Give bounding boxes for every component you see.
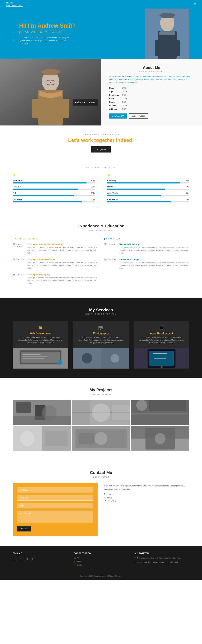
footer-email-item: ✉ info@: [74, 560, 128, 563]
skills-right-icon: ⭐: [107, 173, 189, 177]
svg-rect-46: [72, 400, 90, 425]
skills-right: ⭐ Photoshop88% Illustrator70% After Effe…: [107, 173, 189, 205]
contact-desc: Nam arcu mauris, tincidunt vitae, consec…: [104, 484, 189, 491]
social-linkedin[interactable]: li: [13, 39, 14, 42]
hamburger-icon[interactable]: ≡: [194, 2, 196, 6]
about-section: Follow me on Twitter About Me / ME ANDRE…: [0, 59, 202, 126]
svg-rect-52: [131, 414, 189, 425]
social-facebook[interactable]: f: [13, 26, 14, 28]
service-title-2: Apps Development: [137, 332, 186, 335]
about-photo: Follow me on Twitter: [0, 59, 101, 126]
svg-point-25: [57, 360, 62, 365]
timeline-item-2: 📅 2012-2014 Loremipsum/Designing Lorem i…: [13, 274, 98, 285]
freelance-section: I am available for freelance projects Le…: [0, 126, 202, 160]
work-experience-col: WORK EXPERIENCE 📅 2016-Present Loremipsu…: [13, 238, 98, 288]
skill-item-php: PHP75%: [13, 192, 95, 196]
svg-point-30: [111, 354, 119, 363]
service-icon-0: 🖥: [16, 325, 65, 330]
get-quotes-button[interactable]: Get Quotes: [91, 146, 111, 152]
svg-point-50: [136, 400, 147, 411]
contact-title: Contact Me: [13, 470, 189, 475]
svg-rect-13: [61, 98, 69, 118]
exp-grid: WORK EXPERIENCE 📅 2016-Present Loremipsu…: [13, 238, 189, 288]
projects-grid: [13, 400, 189, 451]
footer-social-twitter[interactable]: t: [19, 556, 23, 561]
freelance-top-text: I am available for freelance projects: [6, 134, 196, 136]
work-date-2: 📅 2012-2014: [13, 274, 25, 285]
work-content-1: Loremipsum/Web Developer Lorem ipsum dol…: [27, 258, 98, 270]
footer-find-me: FIND ME f t in li: [13, 552, 67, 568]
project-item-3[interactable]: [13, 426, 71, 451]
hero-description: Nam arcu mauris, tincidunt vitae, consec…: [19, 36, 76, 45]
address-icon: 📍: [104, 500, 107, 502]
footer-social-facebook[interactable]: f: [13, 556, 17, 561]
phone-icon: 📞: [104, 493, 107, 496]
edu-item-0: 📅 2011-2013 Maecenas University Lorem ip…: [104, 243, 189, 254]
hire-me-button[interactable]: Send My Video: [129, 114, 148, 118]
services-grid: 🖥 Web Development Lorem ipsum subire ame…: [13, 321, 189, 369]
service-icon-1: 📷: [77, 325, 125, 330]
timeline-item-1: 📅 2014-2016 Loremipsum/Web Developer Lor…: [13, 258, 98, 270]
footer-twitter-title: MY TWITTER: [135, 552, 189, 554]
contact-submit-button[interactable]: Submit: [17, 526, 31, 532]
social-twitter[interactable]: t: [13, 30, 14, 33]
projects-section: My Projects SOME OF MY WORK: [0, 378, 202, 461]
hero-content: HII I'm Andrew Smith [LEAD WEB DEVELOPER…: [19, 22, 189, 45]
service-card-1: 📷 Photography Lorem ipsum subire amet, c…: [73, 321, 129, 369]
svg-rect-42: [13, 416, 71, 425]
svg-rect-39: [16, 402, 31, 413]
svg-rect-47: [112, 405, 130, 420]
skill-item-ae: After Effects65%: [107, 192, 189, 196]
about-bio: HII, I'm Andrew Smith Nam arcu mauris, t…: [109, 75, 194, 84]
work-exp-label: WORK EXPERIENCE: [13, 238, 98, 240]
logo-sub: www.example.com: [6, 4, 23, 7]
service-image-1: [73, 348, 129, 368]
svg-rect-12: [31, 98, 39, 118]
project-item-5[interactable]: [131, 426, 189, 451]
timeline-item-0: 📅 2016-Present Loremipsum/Social Media M…: [13, 243, 98, 254]
work-date-0: 📅 2016-Present: [13, 243, 25, 254]
contact-form: Submit: [13, 483, 98, 536]
service-title-1: Photography: [77, 332, 125, 335]
footer-social-instagram[interactable]: in: [25, 556, 29, 561]
svg-rect-35: [153, 353, 167, 354]
hero-subtitle: [LEAD WEB DEVELOPER]: [19, 30, 189, 34]
contact-name-input[interactable]: [17, 488, 93, 493]
project-item-0[interactable]: [13, 400, 71, 425]
svg-point-56: [20, 431, 34, 446]
skills-header: MY SPECIAL EXPERTISE: [13, 167, 189, 169]
social-instagram[interactable]: in: [13, 35, 14, 37]
logo: My Info www.example.com: [6, 2, 23, 7]
service-card-top-1: 📷 Photography Lorem ipsum subire amet, c…: [73, 321, 129, 348]
service-image-0: [13, 348, 68, 368]
service-card-0: 🖥 Web Development Lorem ipsum subire ame…: [13, 321, 68, 369]
info-row-experience: Experience XXXX: [109, 94, 194, 97]
service-icon-2: 📱: [137, 325, 186, 330]
contact-email-item: ✉ info@: [104, 497, 189, 499]
info-row-address: Address XXXX: [109, 108, 194, 111]
footer-social-linkedin[interactable]: li: [31, 556, 35, 561]
logo-title: My Info: [6, 2, 23, 4]
footer-twitter: MY TWITTER Nam arcu mauris, tincidunt vi…: [135, 552, 189, 568]
footer-social-links: f t in li: [13, 556, 67, 561]
about-right: About Me / ME ANDREW SMITH / HII, I'm An…: [101, 59, 202, 126]
contact-subject-input[interactable]: [17, 503, 93, 508]
project-item-4[interactable]: [72, 426, 130, 451]
service-card-top-2: 📱 Apps Development Lorem ipsum subire am…: [134, 321, 189, 348]
skills-grid: ⭐ HTML / CSS90% JavaScript80% PHP75% Wor…: [13, 173, 189, 205]
work-date-1: 📅 2014-2016: [13, 258, 25, 270]
project-item-1[interactable]: [72, 400, 130, 425]
svg-rect-22: [23, 354, 40, 355]
contact-email-input[interactable]: [17, 495, 93, 501]
download-cv-button[interactable]: Download CV: [109, 114, 127, 118]
header: My Info www.example.com ≡: [0, 0, 202, 8]
hero-name: Andrew Smith: [37, 22, 76, 29]
footer-find-me-title: FIND ME: [13, 552, 67, 554]
about-title: About Me: [109, 66, 194, 70]
project-item-2[interactable]: [131, 400, 189, 425]
contact-grid: Submit Nam arcu mauris, tincidunt vitae,…: [13, 483, 189, 536]
footer-email-icon: ✉: [74, 561, 75, 563]
email-icon: ✉: [104, 497, 106, 499]
svg-rect-51: [149, 400, 186, 411]
contact-message-input[interactable]: [17, 510, 93, 523]
